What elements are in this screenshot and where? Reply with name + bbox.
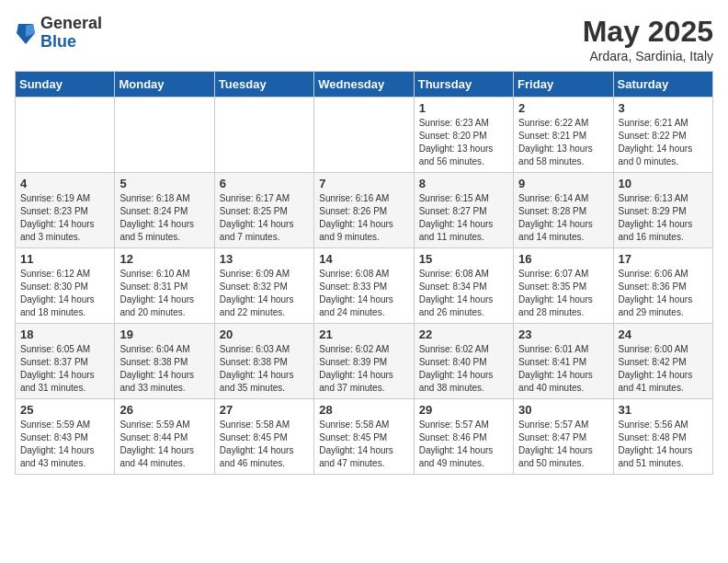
day-info: Sunrise: 6:22 AM Sunset: 8:21 PM Dayligh… [518, 117, 608, 168]
day-info: Sunrise: 6:09 AM Sunset: 8:32 PM Dayligh… [220, 268, 309, 319]
calendar-cell: 30Sunrise: 5:57 AM Sunset: 8:47 PM Dayli… [514, 399, 613, 475]
week-row-1: 1Sunrise: 6:23 AM Sunset: 8:20 PM Daylig… [16, 98, 713, 173]
calendar-cell [115, 98, 214, 173]
day-info: Sunrise: 6:02 AM Sunset: 8:40 PM Dayligh… [419, 343, 508, 395]
calendar-cell: 15Sunrise: 6:08 AM Sunset: 8:34 PM Dayli… [414, 248, 513, 324]
calendar-cell [16, 98, 115, 173]
day-number: 18 [20, 327, 109, 341]
day-number: 7 [319, 177, 408, 190]
calendar-cell: 4Sunrise: 6:19 AM Sunset: 8:23 PM Daylig… [16, 173, 115, 248]
day-number: 5 [119, 177, 209, 190]
day-number: 26 [119, 403, 209, 417]
day-info: Sunrise: 5:56 AM Sunset: 8:48 PM Dayligh… [619, 419, 708, 470]
calendar-cell: 23Sunrise: 6:01 AM Sunset: 8:41 PM Dayli… [514, 324, 613, 399]
day-info: Sunrise: 5:57 AM Sunset: 8:46 PM Dayligh… [419, 419, 508, 470]
day-number: 17 [619, 252, 708, 266]
weekday-header-tuesday: Tuesday [214, 72, 313, 98]
day-number: 27 [220, 403, 309, 417]
day-info: Sunrise: 5:58 AM Sunset: 8:45 PM Dayligh… [319, 419, 408, 470]
day-info: Sunrise: 6:05 AM Sunset: 8:37 PM Dayligh… [20, 343, 109, 395]
calendar-cell: 21Sunrise: 6:02 AM Sunset: 8:39 PM Dayli… [314, 324, 414, 399]
day-number: 22 [419, 327, 508, 341]
day-number: 31 [619, 403, 708, 417]
day-number: 4 [20, 177, 109, 190]
day-number: 6 [220, 177, 309, 190]
weekday-header-thursday: Thursday [414, 72, 513, 98]
day-info: Sunrise: 6:00 AM Sunset: 8:42 PM Dayligh… [619, 343, 708, 395]
day-info: Sunrise: 5:59 AM Sunset: 8:43 PM Dayligh… [20, 419, 109, 470]
calendar-cell: 25Sunrise: 5:59 AM Sunset: 8:43 PM Dayli… [16, 399, 115, 475]
weekday-header-saturday: Saturday [613, 72, 712, 98]
day-info: Sunrise: 6:08 AM Sunset: 8:34 PM Dayligh… [419, 268, 508, 319]
calendar-cell: 11Sunrise: 6:12 AM Sunset: 8:30 PM Dayli… [16, 248, 115, 324]
weekday-header-row: SundayMondayTuesdayWednesdayThursdayFrid… [16, 72, 713, 98]
day-info: Sunrise: 6:14 AM Sunset: 8:28 PM Dayligh… [518, 192, 608, 244]
day-info: Sunrise: 6:17 AM Sunset: 8:25 PM Dayligh… [220, 192, 309, 244]
calendar-cell: 16Sunrise: 6:07 AM Sunset: 8:35 PM Dayli… [514, 248, 613, 324]
day-info: Sunrise: 6:15 AM Sunset: 8:27 PM Dayligh… [419, 192, 508, 244]
day-info: Sunrise: 6:13 AM Sunset: 8:29 PM Dayligh… [619, 192, 708, 244]
calendar-cell: 9Sunrise: 6:14 AM Sunset: 8:28 PM Daylig… [514, 173, 613, 248]
calendar-cell: 24Sunrise: 6:00 AM Sunset: 8:42 PM Dayli… [613, 324, 712, 399]
day-number: 30 [518, 403, 608, 417]
calendar-table: SundayMondayTuesdayWednesdayThursdayFrid… [15, 71, 713, 475]
day-number: 28 [319, 403, 408, 417]
day-info: Sunrise: 5:59 AM Sunset: 8:44 PM Dayligh… [119, 419, 209, 470]
day-info: Sunrise: 6:18 AM Sunset: 8:24 PM Dayligh… [119, 192, 209, 244]
page-header: General Blue May 2025 Ardara, Sardinia, … [15, 15, 713, 63]
week-row-4: 18Sunrise: 6:05 AM Sunset: 8:37 PM Dayli… [16, 324, 713, 399]
calendar-cell: 19Sunrise: 6:04 AM Sunset: 8:38 PM Dayli… [115, 324, 214, 399]
day-info: Sunrise: 6:16 AM Sunset: 8:26 PM Dayligh… [319, 192, 408, 244]
day-number: 16 [518, 252, 608, 266]
day-number: 21 [319, 327, 408, 341]
day-info: Sunrise: 6:01 AM Sunset: 8:41 PM Dayligh… [518, 343, 608, 395]
calendar-cell: 28Sunrise: 5:58 AM Sunset: 8:45 PM Dayli… [314, 399, 414, 475]
logo-text: General Blue [40, 15, 102, 52]
day-number: 9 [518, 177, 608, 190]
day-info: Sunrise: 6:06 AM Sunset: 8:36 PM Dayligh… [619, 268, 708, 319]
day-info: Sunrise: 6:12 AM Sunset: 8:30 PM Dayligh… [20, 268, 109, 319]
title-block: May 2025 Ardara, Sardinia, Italy [583, 15, 713, 63]
weekday-header-monday: Monday [115, 72, 214, 98]
calendar-cell: 18Sunrise: 6:05 AM Sunset: 8:37 PM Dayli… [16, 324, 115, 399]
weekday-header-sunday: Sunday [16, 72, 115, 98]
day-number: 23 [518, 327, 608, 341]
calendar-cell: 1Sunrise: 6:23 AM Sunset: 8:20 PM Daylig… [414, 98, 513, 173]
day-number: 3 [619, 101, 708, 115]
weekday-header-friday: Friday [514, 72, 613, 98]
day-number: 15 [419, 252, 508, 266]
day-number: 24 [619, 327, 708, 341]
calendar-cell [214, 98, 313, 173]
day-info: Sunrise: 6:02 AM Sunset: 8:39 PM Dayligh… [319, 343, 408, 395]
calendar-cell: 26Sunrise: 5:59 AM Sunset: 8:44 PM Dayli… [115, 399, 214, 475]
week-row-2: 4Sunrise: 6:19 AM Sunset: 8:23 PM Daylig… [16, 173, 713, 248]
day-number: 14 [319, 252, 408, 266]
day-number: 19 [119, 327, 209, 341]
calendar-cell: 5Sunrise: 6:18 AM Sunset: 8:24 PM Daylig… [115, 173, 214, 248]
day-info: Sunrise: 6:19 AM Sunset: 8:23 PM Dayligh… [20, 192, 109, 244]
calendar-cell: 17Sunrise: 6:06 AM Sunset: 8:36 PM Dayli… [613, 248, 712, 324]
weekday-header-wednesday: Wednesday [314, 72, 414, 98]
day-info: Sunrise: 6:04 AM Sunset: 8:38 PM Dayligh… [119, 343, 209, 395]
calendar-cell: 3Sunrise: 6:21 AM Sunset: 8:22 PM Daylig… [613, 98, 712, 173]
calendar-cell: 14Sunrise: 6:08 AM Sunset: 8:33 PM Dayli… [314, 248, 414, 324]
logo: General Blue [15, 15, 102, 52]
calendar-cell: 2Sunrise: 6:22 AM Sunset: 8:21 PM Daylig… [514, 98, 613, 173]
location-subtitle: Ardara, Sardinia, Italy [583, 49, 713, 63]
week-row-5: 25Sunrise: 5:59 AM Sunset: 8:43 PM Dayli… [16, 399, 713, 475]
calendar-cell [314, 98, 414, 173]
day-info: Sunrise: 5:58 AM Sunset: 8:45 PM Dayligh… [220, 419, 309, 470]
calendar-cell: 8Sunrise: 6:15 AM Sunset: 8:27 PM Daylig… [414, 173, 513, 248]
calendar-cell: 29Sunrise: 5:57 AM Sunset: 8:46 PM Dayli… [414, 399, 513, 475]
main-title: May 2025 [583, 15, 713, 49]
day-number: 20 [220, 327, 309, 341]
calendar-cell: 12Sunrise: 6:10 AM Sunset: 8:31 PM Dayli… [115, 248, 214, 324]
calendar-cell: 6Sunrise: 6:17 AM Sunset: 8:25 PM Daylig… [214, 173, 313, 248]
day-info: Sunrise: 6:21 AM Sunset: 8:22 PM Dayligh… [619, 117, 708, 168]
day-number: 25 [20, 403, 109, 417]
logo-icon [15, 20, 37, 46]
day-info: Sunrise: 6:10 AM Sunset: 8:31 PM Dayligh… [119, 268, 209, 319]
day-number: 29 [419, 403, 508, 417]
day-number: 8 [419, 177, 508, 190]
day-number: 1 [419, 101, 508, 115]
